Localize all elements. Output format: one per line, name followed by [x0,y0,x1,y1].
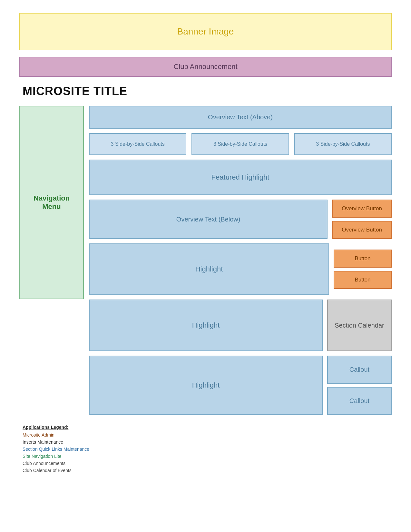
legend-item-clubcal: Club Calendar of Events [23,468,392,473]
callout-right-col: Callout Callout [327,356,392,415]
legend-item-microsite[interactable]: Microsite Admin [23,432,392,438]
highlight-row-2: Highlight Section Calendar [89,300,392,351]
highlight-row-3: Highlight Callout Callout [89,356,392,415]
legend-item-clubann: Club Announcements [23,461,392,466]
section-calendar: Section Calendar [327,300,392,351]
three-callouts-row: 3 Side-by-Side Callouts 3 Side-by-Side C… [89,133,392,155]
callout-box-2: 3 Side-by-Side Callouts [191,133,289,155]
banner-label: Banner Image [177,26,234,36]
callout-right-1: Callout [327,356,392,384]
legend-item-inserts: Inserts Maintenance [23,439,392,445]
overview-below-row: Overview Text (Below) Overview Button Ov… [89,200,392,239]
overview-text-below: Overview Text (Below) [89,200,328,239]
button-2[interactable]: Button [334,271,392,289]
microsite-title: MICROSITE TITLE [19,84,392,98]
featured-highlight: Featured Highlight [89,160,392,195]
highlight-row-1: Highlight Button Button [89,243,392,295]
main-layout: Navigation Menu Overview Text (Above) 3 … [19,106,392,415]
overview-buttons-col: Overview Button Overview Button [332,200,392,239]
highlight-box-2: Highlight [89,300,323,351]
highlight-box-1: Highlight [89,243,329,295]
club-announcement: Club Announcement [19,57,392,77]
highlight-right-col-1: Button Button [334,243,392,295]
club-announcement-label: Club Announcement [173,63,237,71]
legend-section: Applications Legend: Microsite Admin Ins… [19,425,392,473]
legend-item-quicklinks[interactable]: Section Quick Links Maintenance [23,447,392,452]
banner-image: Banner Image [19,13,392,50]
overview-button-2[interactable]: Overview Button [332,221,392,239]
button-1[interactable]: Button [334,250,392,268]
callout-box-3: 3 Side-by-Side Callouts [294,133,392,155]
highlight-box-3: Highlight [89,356,323,415]
overview-text-above: Overview Text (Above) [89,106,392,129]
nav-menu-label: Navigation Menu [26,194,77,211]
legend-title: Applications Legend: [23,425,392,430]
legend-item-sitenav[interactable]: Site Navigation Lite [23,454,392,459]
overview-button-1[interactable]: Overview Button [332,200,392,218]
content-area: Overview Text (Above) 3 Side-by-Side Cal… [89,106,392,415]
callout-box-1: 3 Side-by-Side Callouts [89,133,186,155]
nav-menu: Navigation Menu [19,106,84,299]
callout-right-2: Callout [327,387,392,415]
